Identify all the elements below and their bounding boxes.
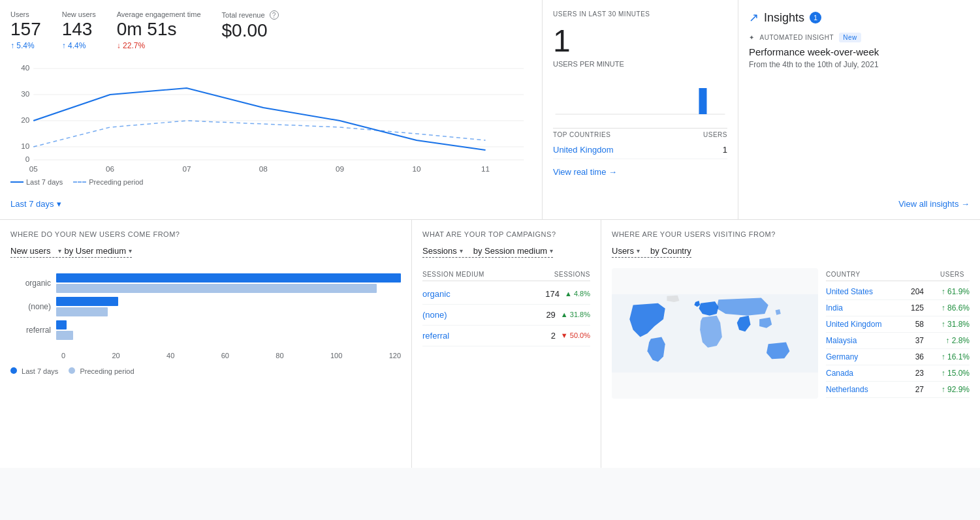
time-selector-label: Last 7 days	[10, 199, 54, 209]
new-users-dropdown[interactable]: New users ▾ by User medium ▾	[10, 246, 132, 258]
insights-panel: ↗ Insights 1 ✦ AUTOMATED INSIGHT New Per…	[738, 0, 980, 219]
ct-canada-change: ↑ 15.0%	[924, 369, 970, 378]
ct-row-germany: Germany 36 ↑ 16.1%	[826, 349, 970, 365]
engagement-change-value: 22.7%	[123, 41, 145, 50]
insights-trend-icon: ↗	[749, 10, 759, 25]
bar-row-none: (none)	[10, 297, 401, 316]
campaign-referral-sessions: 2	[551, 331, 556, 341]
svg-text:30: 30	[21, 91, 29, 98]
ct-india-change: ↑ 86.6%	[924, 303, 970, 313]
users-label: Users	[10, 10, 41, 18]
insight-subtitle: From the 4th to the 10th of July, 2021	[749, 60, 970, 69]
ct-row-us: United States 204 ↑ 61.9%	[826, 284, 970, 300]
ct-netherlands-val: 27	[898, 385, 924, 394]
users-value: 157	[10, 20, 41, 40]
ct-uk-val: 58	[898, 320, 924, 329]
bar-light-none	[56, 307, 108, 316]
svg-text:Jul: Jul	[29, 172, 39, 173]
engagement-down-arrow	[117, 41, 121, 50]
campaign-row-referral: referral 2 ▼ 50.0%	[422, 326, 590, 346]
view-all-insights-link[interactable]: View all insights →	[898, 199, 970, 209]
svg-text:06: 06	[106, 166, 114, 173]
time-selector[interactable]: Last 7 days ▾	[10, 199, 61, 209]
ct-us-change: ↑ 61.9%	[924, 287, 970, 296]
revenue-help-icon: ?	[270, 10, 279, 20]
realtime-panel: USERS IN LAST 30 MINUTES 1 USERS PER MIN…	[543, 0, 738, 219]
legend-preceding-line	[73, 181, 86, 183]
country-table-header: COUNTRY USERS	[826, 268, 970, 281]
legend-last7: Last 7 days	[10, 178, 63, 186]
geo-by-label: by Country	[650, 246, 691, 256]
ct-us-name: United States	[826, 287, 898, 296]
legend-solid-dot	[10, 367, 17, 374]
campaigns-dropdown[interactable]: Sessions ▾ by Session medium ▾	[422, 246, 553, 258]
svg-text:09: 09	[336, 166, 344, 173]
country-table: COUNTRY USERS United States 204 ↑ 61.9% …	[826, 268, 970, 406]
ct-row-canada: Canada 23 ↑ 15.0%	[826, 365, 970, 382]
campaigns-table-header: SESSION MEDIUM SESSIONS	[422, 268, 590, 281]
new-users-value: 143	[62, 20, 96, 40]
session-medium-col-label: SESSION MEDIUM	[422, 271, 484, 278]
automated-label-row: ✦ AUTOMATED INSIGHT New	[749, 33, 970, 42]
legend-solid-item: Last 7 days	[10, 367, 58, 375]
ct-us-val: 204	[898, 287, 924, 296]
metric-revenue: Total revenue ? $0.00	[222, 10, 279, 50]
bar-label-none: (none)	[10, 302, 56, 311]
sparkle-icon: ✦	[749, 34, 755, 41]
campaign-none-name: (none)	[422, 310, 447, 320]
new-users-change-value: 4.4%	[68, 41, 86, 50]
chart-svg: 40 30 20 10 0 05 Jul 06 07 08 09 10	[10, 55, 531, 173]
bottom-row: WHERE DO YOUR NEW USERS COME FROM? New u…	[0, 220, 980, 468]
ct-row-malaysia: Malaysia 37 ↑ 2.8%	[826, 333, 970, 349]
legend-light-item: Preceding period	[69, 367, 134, 375]
campaign-none-sessions: 29	[546, 310, 555, 320]
country-uk-name: United Kingdom	[553, 145, 614, 155]
bar-row-organic: organic	[10, 273, 401, 293]
ct-germany-change: ↑ 16.1%	[924, 352, 970, 361]
new-users-up-arrow	[62, 41, 66, 50]
bar-solid-referral	[56, 320, 67, 329]
chart-legend: Last 7 days Preceding period	[10, 178, 531, 186]
sessions-col-label: SESSIONS	[554, 271, 590, 278]
dashboard: Users 157 5.4% New users 143 4.4%	[0, 0, 980, 468]
automated-label: AUTOMATED INSIGHT	[760, 34, 834, 41]
bar-solid-organic	[56, 273, 401, 283]
ct-canada-name: Canada	[826, 369, 898, 378]
svg-text:0: 0	[25, 156, 30, 163]
view-realtime-link[interactable]: View real time →	[553, 167, 727, 177]
metric-engagement: Average engagement time 0m 51s 22.7%	[117, 10, 201, 50]
svg-text:20: 20	[21, 117, 29, 124]
dropdown-arrow-2: ▾	[129, 247, 132, 254]
users-col-label: USERS	[703, 131, 727, 138]
geo-dropdown[interactable]: Users ▾ by Country	[612, 246, 691, 258]
campaign-referral-right: 2 ▼ 50.0%	[551, 331, 590, 341]
new-users-label: New users	[62, 10, 96, 18]
ct-row-india: India 125 ↑ 86.6%	[826, 300, 970, 316]
ct-malaysia-name: Malaysia	[826, 336, 898, 345]
metrics-chart-panel: Users 157 5.4% New users 143 4.4%	[0, 0, 543, 219]
insights-title-row: ↗ Insights 1	[749, 10, 970, 25]
bar-label-referral: referral	[10, 326, 56, 335]
campaign-row-organic: organic 174 ▲ 4.8%	[422, 284, 590, 305]
metrics-row: Users 157 5.4% New users 143 4.4%	[10, 10, 531, 50]
new-users-by-text: by User medium	[64, 246, 126, 256]
bar-x-axis: 0 20 40 60 80 100 120	[10, 352, 401, 359]
campaign-organic-sessions: 174	[545, 289, 560, 299]
view-all-insights-label: View all insights →	[898, 199, 970, 209]
ct-germany-val: 36	[898, 352, 924, 361]
insight-title: Performance week-over-week	[749, 46, 970, 57]
bar-label-organic: organic	[10, 279, 56, 288]
new-users-panel: WHERE DO YOUR NEW USERS COME FROM? New u…	[0, 220, 412, 468]
top-countries-header: TOP COUNTRIES USERS	[553, 128, 727, 141]
metric-new-users: New users 143 4.4%	[62, 10, 96, 50]
main-chart: 40 30 20 10 0 05 Jul 06 07 08 09 10	[10, 55, 531, 173]
campaigns-by-arrow: ▾	[550, 247, 553, 254]
bar-solid-none	[56, 297, 118, 306]
svg-text:11: 11	[481, 166, 490, 173]
country-col-header: COUNTRY	[826, 271, 861, 278]
map-svg	[612, 268, 818, 399]
legend-last7-line	[10, 181, 24, 183]
svg-text:08: 08	[259, 166, 268, 173]
geo-panel: WHERE ARE YOUR USERS VISITING FROM? User…	[601, 220, 980, 468]
engagement-label: Average engagement time	[117, 10, 201, 18]
